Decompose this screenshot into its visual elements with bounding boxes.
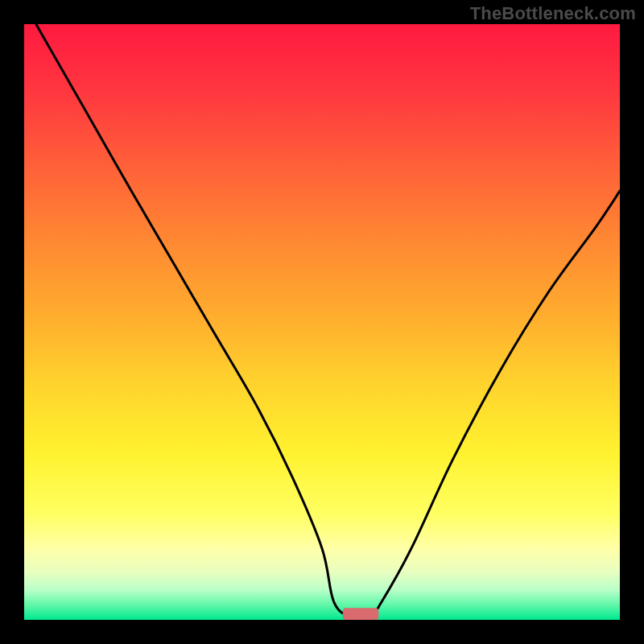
watermark-text: TheBottleneck.com [470,3,636,24]
bottleneck-chart [0,0,644,644]
chart-frame: TheBottleneck.com [0,0,644,644]
optimal-marker [343,608,378,620]
